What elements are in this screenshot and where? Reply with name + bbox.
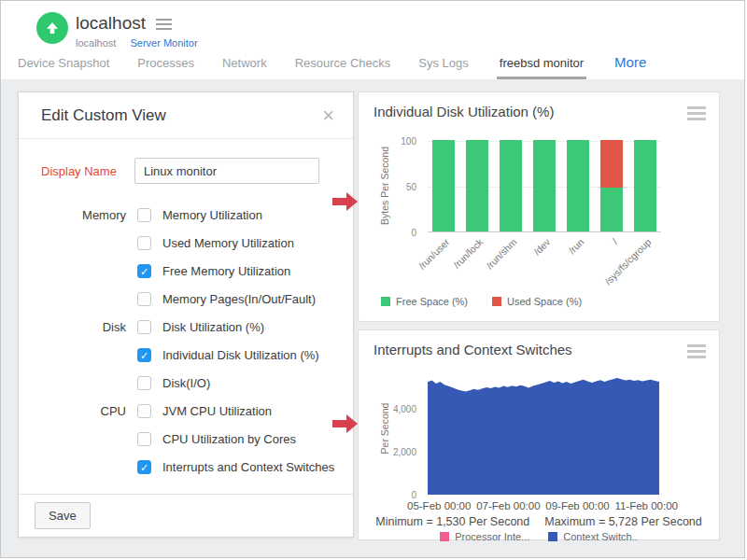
y-tick-label: 0 xyxy=(372,490,416,500)
chart-menu-icon[interactable] xyxy=(687,106,706,120)
checkbox-label: Interrupts and Context Switches xyxy=(162,460,334,474)
y-tick-label: 2,000 xyxy=(372,447,416,457)
bar-segment-used xyxy=(600,140,623,188)
bar-segment-free xyxy=(500,140,522,231)
bar-dev xyxy=(533,140,556,231)
bar-segment-free xyxy=(600,188,623,231)
checkbox-label: JVM CPU Utilization xyxy=(162,404,272,418)
bar-sys-fs-cgroup xyxy=(634,140,656,231)
context-switches-area-series xyxy=(428,378,659,495)
chart-menu-icon[interactable] xyxy=(687,344,706,358)
legend-label: Processor Inte... xyxy=(455,531,529,542)
save-button[interactable]: Save xyxy=(35,502,91,529)
y-tick-label: 100 xyxy=(372,136,416,147)
display-name-row: Display Name xyxy=(41,158,331,184)
x-label-11-feb-00-00: 11-Feb 00:00 xyxy=(614,500,678,511)
legend-swatch xyxy=(492,297,501,306)
page-title: localhost xyxy=(76,13,146,34)
group-label-cpu: CPU xyxy=(41,404,126,418)
option-row-memory-utilization: MemoryMemory Utilization xyxy=(41,206,331,223)
maximum-value: Maximum = 5,728 Per Second xyxy=(544,515,702,528)
server-monitor-page: localhost localhost Server Monitor Devic… xyxy=(0,0,745,558)
bar-segment-free xyxy=(634,140,656,231)
y-tick-label: 0 xyxy=(372,228,416,238)
legend-item-processor-inte[interactable]: Processor Inte... xyxy=(440,531,529,542)
interrupts-chart-plot xyxy=(428,366,659,495)
option-row-jvm-cpu-utilization: CPUJVM CPU Utilization xyxy=(41,402,331,419)
checkbox-memory-pages-in-out-fault[interactable] xyxy=(137,292,151,306)
option-row-disk-i-o: Disk(I/O) xyxy=(41,374,331,391)
bar-run-shm xyxy=(500,140,522,231)
modal-title: Edit Custom View xyxy=(41,106,166,125)
group-label-disk: Disk xyxy=(41,320,126,334)
x-label-09-feb-00-00: 09-Feb 00:00 xyxy=(545,500,609,511)
breadcrumb-link-server-monitor[interactable]: Server Monitor xyxy=(130,37,197,49)
tab-bar: Device SnapshotProcessesNetworkResource … xyxy=(18,54,646,79)
checkbox-jvm-cpu-utilization[interactable] xyxy=(137,404,151,418)
display-name-label: Display Name xyxy=(41,164,134,178)
app-header: localhost localhost Server Monitor Devic… xyxy=(1,1,744,79)
modal-body: Display Name MemoryMemory UtilizationUse… xyxy=(19,139,353,475)
checkbox-used-memory-utilization[interactable] xyxy=(137,236,151,250)
checkbox-label: Free Memory Utilization xyxy=(162,264,290,278)
legend-label: Context Switch.. xyxy=(563,531,637,542)
checkbox-label: Memory Pages(In/Out/Fault) xyxy=(162,292,316,306)
legend-swatch xyxy=(440,532,449,541)
legend-swatch xyxy=(548,532,557,541)
checkbox-label: Disk(I/O) xyxy=(162,376,210,390)
checkbox-cpu-utilization-by-cores[interactable] xyxy=(137,432,151,446)
checkbox-disk-i-o[interactable] xyxy=(137,376,151,390)
checkbox-label: CPU Utilization by Cores xyxy=(162,432,296,446)
checkbox-memory-utilization[interactable] xyxy=(137,208,151,222)
minimum-value: Minimum = 1,530 Per Second xyxy=(375,515,529,528)
interrupts-chart-x-labels: 05-Feb 00:0007-Feb 00:0009-Feb 00:0011-F… xyxy=(407,500,678,511)
disk-chart-title: Individual Disk Utilization (%) xyxy=(374,104,554,119)
modal-footer: Save xyxy=(19,494,353,537)
tab-device-snapshot[interactable]: Device Snapshot xyxy=(18,56,109,79)
checkbox-free-memory-utilization[interactable]: ✓ xyxy=(137,264,151,278)
option-row-cpu-utilization-by-cores: CPU Utilization by Cores xyxy=(41,430,331,447)
tab-more[interactable]: More xyxy=(614,54,646,79)
close-icon[interactable]: × xyxy=(322,105,334,126)
y-tick-label: 4,000 xyxy=(372,404,416,414)
option-row-individual-disk-utilization: ✓Individual Disk Utilization (%) xyxy=(41,346,331,363)
checkbox-label: Disk Utilization (%) xyxy=(162,320,264,334)
legend-item-context-switch[interactable]: Context Switch.. xyxy=(548,531,637,542)
disk-chart-x-labels: /run/user/run/lock/run/shm/dev/run//sys/… xyxy=(428,234,661,288)
red-arrow-to-disk-chart-icon xyxy=(332,192,358,211)
interrupts-chart-y-axis-title: Per Second xyxy=(379,382,390,475)
checkbox-individual-disk-utilization[interactable]: ✓ xyxy=(137,348,151,362)
interrupts-card: Interrupts and Context Switches Per Seco… xyxy=(358,329,720,540)
checkbox-label: Used Memory Utilization xyxy=(162,236,294,250)
checkbox-disk-utilization[interactable] xyxy=(137,320,151,334)
legend-label: Free Space (%) xyxy=(396,296,468,307)
disk-chart-plot xyxy=(428,141,661,232)
tab-sys-logs[interactable]: Sys Logs xyxy=(418,56,468,79)
tab-freebsd-monitor[interactable]: freebsd monitor xyxy=(497,56,586,79)
custom-view-options: MemoryMemory UtilizationUsed Memory Util… xyxy=(41,206,331,475)
interrupts-chart-title: Interrupts and Context Switches xyxy=(374,342,572,357)
legend-item-free-space[interactable]: Free Space (%) xyxy=(381,296,468,307)
breadcrumb-host: localhost xyxy=(76,37,116,49)
hamburger-menu-icon[interactable] xyxy=(156,17,172,30)
bar-segment-free xyxy=(567,140,589,231)
minmax-row: Minimum = 1,530 Per Second Maximum = 5,7… xyxy=(359,515,719,528)
modal-header: Edit Custom View × xyxy=(19,92,353,139)
checkbox-label: Individual Disk Utilization (%) xyxy=(162,348,319,362)
x-label-05-feb-00-00: 05-Feb 00:00 xyxy=(407,500,471,511)
disk-chart-legend: Free Space (%)Used Space (%) xyxy=(381,296,582,307)
tab-resource-checks[interactable]: Resource Checks xyxy=(295,56,391,79)
option-row-disk-utilization: DiskDisk Utilization (%) xyxy=(41,318,331,335)
bar- xyxy=(600,140,623,231)
checkbox-interrupts-and-context-switches[interactable]: ✓ xyxy=(137,460,151,474)
legend-item-used-space[interactable]: Used Space (%) xyxy=(492,296,582,307)
tab-processes[interactable]: Processes xyxy=(137,56,194,79)
bar-run xyxy=(567,140,589,231)
disk-utilization-card: Individual Disk Utilization (%) Bytes Pe… xyxy=(358,91,720,322)
bar-segment-free xyxy=(466,140,488,231)
red-arrow-to-interrupts-chart-icon xyxy=(332,414,358,433)
option-row-interrupts-and-context-switches: ✓Interrupts and Context Switches xyxy=(41,458,331,475)
display-name-input[interactable] xyxy=(134,158,319,184)
legend-label: Used Space (%) xyxy=(507,296,582,307)
tab-network[interactable]: Network xyxy=(222,56,267,79)
